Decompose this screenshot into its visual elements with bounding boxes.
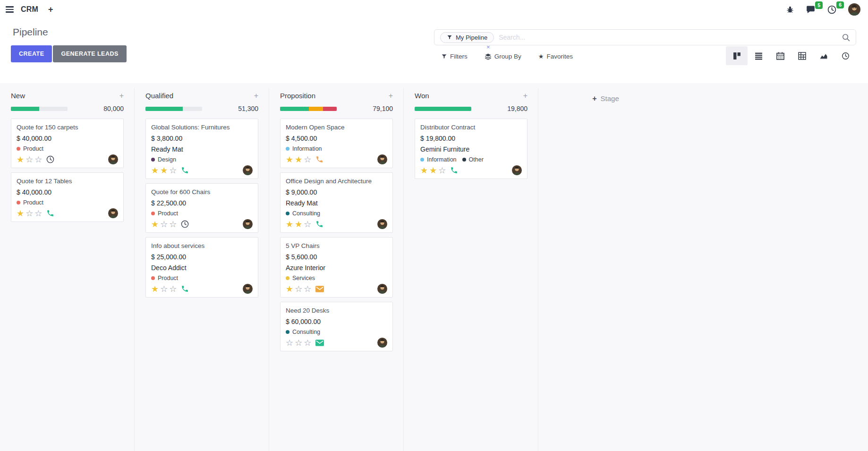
quick-add-card-icon[interactable]: + (254, 92, 258, 100)
pivot-view-button[interactable] (791, 46, 813, 65)
salesperson-avatar[interactable] (243, 165, 253, 175)
kanban-card[interactable]: Quote for 600 Chairs$ 22,500.00Product★☆… (145, 183, 258, 233)
star-filled-icon[interactable]: ★ (295, 220, 302, 229)
group-by-button[interactable]: Group By (485, 53, 521, 60)
card-activity-icon[interactable] (315, 286, 324, 292)
salesperson-avatar[interactable] (108, 154, 118, 164)
column-progressbar[interactable] (145, 107, 202, 111)
star-empty-icon[interactable]: ☆ (438, 166, 446, 175)
create-button[interactable]: CREATE (11, 45, 52, 62)
kanban-card[interactable]: Info about services$ 25,000.00Deco Addic… (145, 237, 258, 298)
star-filled-icon[interactable]: ★ (17, 209, 24, 218)
progressbar-segment-green[interactable] (415, 107, 471, 111)
star-filled-icon[interactable]: ★ (160, 166, 168, 175)
star-filled-icon[interactable]: ★ (151, 220, 159, 229)
star-empty-icon[interactable]: ☆ (34, 155, 42, 164)
star-filled-icon[interactable]: ★ (151, 166, 159, 175)
kanban-card[interactable]: Need 20 Desks$ 60,000.00Consulting☆☆☆ (280, 302, 393, 351)
salesperson-avatar[interactable] (243, 219, 253, 229)
activities-clock-icon[interactable]: 6 (827, 5, 837, 15)
app-menu-title[interactable]: CRM (21, 5, 38, 14)
activity-view-button[interactable] (834, 46, 856, 65)
kanban-view-button[interactable] (726, 46, 748, 65)
progressbar-segment-red[interactable] (323, 107, 337, 111)
salesperson-avatar[interactable] (377, 219, 387, 229)
search-icon[interactable] (842, 34, 850, 42)
add-stage-button[interactable]: +Stage (592, 94, 619, 102)
column-progressbar[interactable] (280, 107, 337, 111)
kanban-card[interactable]: Quote for 150 carpets$ 40,000.00Product★… (11, 119, 124, 168)
kanban-card[interactable]: Distributor Contract$ 19,800.00Gemini Fu… (415, 119, 528, 179)
calendar-view-button[interactable] (769, 46, 791, 65)
card-activity-icon[interactable] (315, 155, 323, 163)
filters-button[interactable]: Filters (441, 53, 468, 60)
star-empty-icon[interactable]: ☆ (295, 285, 302, 293)
favorites-button[interactable]: ★ Favorites (538, 53, 573, 60)
card-activity-icon[interactable] (181, 285, 189, 293)
salesperson-avatar[interactable] (377, 338, 387, 348)
user-avatar[interactable] (848, 3, 860, 16)
search-facet[interactable]: My Pipeline (440, 32, 494, 43)
star-empty-icon[interactable]: ☆ (26, 209, 33, 218)
card-activity-icon[interactable] (315, 340, 324, 346)
kanban-column-header: Proposition+ (280, 92, 393, 100)
progressbar-segment-orange[interactable] (309, 107, 323, 111)
salesperson-avatar[interactable] (512, 165, 522, 175)
add-tab-plus-icon[interactable]: + (48, 5, 53, 15)
star-empty-icon[interactable]: ☆ (295, 339, 302, 347)
star-empty-icon[interactable]: ☆ (286, 339, 293, 347)
star-filled-icon[interactable]: ★ (429, 166, 437, 175)
salesperson-avatar[interactable] (108, 208, 118, 218)
card-activity-icon[interactable] (181, 166, 189, 174)
salesperson-avatar[interactable] (243, 284, 253, 294)
star-empty-icon[interactable]: ☆ (160, 220, 168, 229)
star-empty-icon[interactable]: ☆ (34, 209, 42, 218)
star-empty-icon[interactable]: ☆ (26, 155, 33, 164)
star-empty-icon[interactable]: ☆ (169, 220, 177, 229)
kanban-card[interactable]: Office Design and Architecture$ 9,000.00… (280, 172, 393, 233)
column-progressbar[interactable] (11, 107, 68, 111)
card-activity-icon[interactable] (46, 155, 54, 163)
debug-bug-icon[interactable] (786, 5, 794, 14)
card-activity-icon[interactable] (181, 220, 189, 228)
card-activity-icon[interactable] (46, 209, 54, 217)
star-filled-icon[interactable]: ★ (295, 155, 302, 164)
star-empty-icon[interactable]: ☆ (304, 220, 311, 229)
quick-add-card-icon[interactable]: + (523, 92, 528, 100)
add-stage-label: Stage (601, 94, 619, 102)
star-empty-icon[interactable]: ☆ (160, 285, 168, 293)
card-activity-icon[interactable] (450, 166, 458, 174)
star-filled-icon[interactable]: ★ (151, 285, 159, 293)
generate-leads-button[interactable]: GENERATE LEADS (53, 45, 126, 62)
kanban-card[interactable]: Quote for 12 Tables$ 40,000.00Product★☆☆ (11, 172, 124, 222)
star-filled-icon[interactable]: ★ (286, 155, 293, 164)
progressbar-segment-green[interactable] (145, 107, 183, 111)
quick-add-card-icon[interactable]: + (119, 92, 124, 100)
kanban-card[interactable]: Modern Open Space$ 4,500.00Information★★… (280, 119, 393, 168)
card-activity-icon[interactable] (315, 220, 323, 228)
salesperson-avatar[interactable] (377, 154, 387, 164)
star-empty-icon[interactable]: ☆ (304, 155, 311, 164)
facet-remove-icon[interactable]: × (486, 44, 490, 50)
star-empty-icon[interactable]: ☆ (304, 285, 311, 293)
column-progressbar[interactable] (415, 107, 471, 111)
progressbar-segment-green[interactable] (11, 107, 39, 111)
search-input[interactable] (494, 33, 842, 42)
star-empty-icon[interactable]: ☆ (169, 285, 177, 293)
kanban-card[interactable]: Global Solutions: Furnitures$ 3,800.00Re… (145, 119, 258, 179)
star-filled-icon[interactable]: ★ (286, 285, 293, 293)
progressbar-segment-green[interactable] (280, 107, 309, 111)
star-filled-icon[interactable]: ★ (286, 220, 293, 229)
star-empty-icon[interactable]: ☆ (304, 339, 311, 347)
search-box[interactable]: My Pipeline × (434, 29, 856, 45)
hamburger-icon[interactable] (5, 5, 15, 14)
kanban-card[interactable]: 5 VP Chairs$ 5,600.00Azure InteriorServi… (280, 237, 393, 298)
list-view-button[interactable] (748, 46, 769, 65)
quick-add-card-icon[interactable]: + (389, 92, 393, 100)
graph-view-button[interactable] (813, 46, 834, 65)
star-filled-icon[interactable]: ★ (420, 166, 428, 175)
star-filled-icon[interactable]: ★ (17, 155, 24, 164)
salesperson-avatar[interactable] (377, 284, 387, 294)
messages-icon[interactable]: 5 (806, 5, 816, 14)
star-empty-icon[interactable]: ☆ (169, 166, 177, 175)
